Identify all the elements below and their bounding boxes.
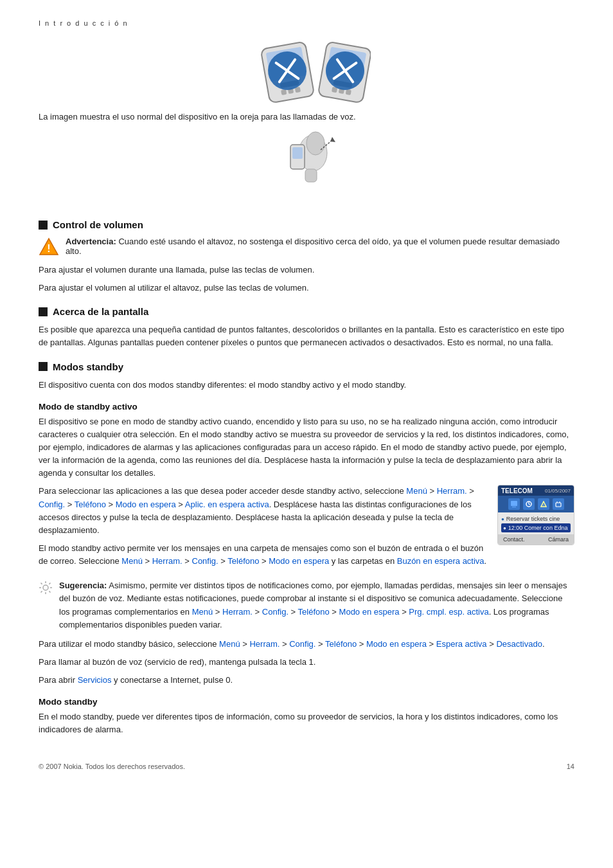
section-icon-pantalla <box>39 307 48 316</box>
body-text-volumen-llamada: Para ajustar el volumen durante una llam… <box>39 264 574 276</box>
link-aplic-espera[interactable]: Aplic. en espera activa <box>185 500 269 509</box>
svg-rect-35 <box>556 503 561 507</box>
content-with-phone-image: Para seleccionar las aplicaciones a las … <box>39 485 574 573</box>
link-config-1[interactable]: Config. <box>39 500 65 509</box>
link-herram-2[interactable]: Herram. <box>152 556 182 566</box>
link-config-2[interactable]: Config. <box>192 556 218 566</box>
top-phone-images <box>39 39 574 103</box>
link-herram-3[interactable]: Herram. <box>249 639 280 649</box>
link-desactivado[interactable]: Desactivado <box>496 639 542 649</box>
link-herram-hint[interactable]: Herram. <box>222 607 253 617</box>
body-text-standby-activo-1: El dispositivo se pone en modo de standb… <box>39 415 574 480</box>
section-header-pantalla: Acerca de la pantalla <box>39 306 574 317</box>
section-title-control-volumen: Control de volumen <box>53 219 143 230</box>
copyright-text: © 2007 Nokia. Todos los derechos reserva… <box>39 763 185 770</box>
svg-rect-14 <box>346 89 351 95</box>
svg-line-46 <box>41 592 42 593</box>
link-buzon-espera[interactable]: Buzón en espera activa <box>397 556 484 566</box>
svg-rect-29 <box>512 507 516 507</box>
svg-rect-23 <box>292 147 303 159</box>
svg-rect-3 <box>281 89 287 95</box>
link-modo-espera-2[interactable]: Modo en espera <box>269 556 329 566</box>
phone-menu-item-2: ● 12:00 Comer con Edna <box>501 523 571 532</box>
section-header-standby: Modos standby <box>39 361 574 372</box>
subsection-title-standby-activo: Modo de standby activo <box>39 402 574 411</box>
phone-bottom-right: Cámara <box>548 536 569 543</box>
link-telefono-1[interactable]: Teléfono <box>75 500 106 509</box>
link-modo-espera-3[interactable]: Modo en espera <box>366 639 427 649</box>
link-espera-activa[interactable]: Espera activa <box>436 639 487 649</box>
link-menu-3[interactable]: Menú <box>219 639 240 649</box>
page-number: 14 <box>567 763 574 770</box>
link-config-3[interactable]: Config. <box>289 639 315 649</box>
body-text-standby-activo-3: El modo standby activo permite ver los m… <box>39 542 487 568</box>
warning-triangle-icon: ! <box>39 237 59 257</box>
warning-text-altavoz: Advertencia: Cuando esté usando el altav… <box>66 237 574 257</box>
link-modo-espera-1[interactable]: Modo en espera <box>116 500 176 509</box>
body-text-standby-basico: Para utilizar el modo standby básico, se… <box>39 638 574 651</box>
link-modo-espera-hint[interactable]: Modo en espera <box>339 607 400 617</box>
text-column-standby: Para seleccionar las aplicaciones a las … <box>39 485 487 573</box>
svg-line-32 <box>529 504 530 505</box>
svg-point-19 <box>306 132 324 155</box>
phone-menu-items: ● Reservar tickets cine ● 12:00 Comer co… <box>498 512 574 534</box>
breadcrumb: I n t r o d u c c i ó n <box>39 19 574 27</box>
phone-screen-header: TELECOM 01/05/2007 <box>498 485 574 496</box>
body-text-pantalla: Es posible que aparezca una pequeña cant… <box>39 323 574 349</box>
svg-text:!: ! <box>47 243 50 254</box>
link-telefono-2[interactable]: Teléfono <box>227 556 259 566</box>
body-text-servicios: Para abrir Servicios y conectarse a Inte… <box>39 674 574 687</box>
body-text-volumen-altavoz: Para ajustar el volumen al utilizar el a… <box>39 282 574 294</box>
link-servicios[interactable]: Servicios <box>78 675 112 685</box>
svg-text:!: ! <box>543 503 544 507</box>
side-image <box>39 131 574 201</box>
profile-illustration <box>268 131 345 201</box>
link-telefono-hint[interactable]: Teléfono <box>298 607 330 617</box>
telecom-label: TELECOM <box>501 487 533 494</box>
svg-line-45 <box>49 583 50 584</box>
hint-sun-icon <box>39 581 53 631</box>
link-menu-1[interactable]: Menú <box>406 486 427 496</box>
hint-box-sugerencia: Sugerencia: Asimismo, permite ver distin… <box>39 579 574 631</box>
phone-menu-item-1: ● Reservar tickets cine <box>501 514 571 523</box>
phone-icon-2 <box>523 498 535 510</box>
phone-bottom-bar: Contact. Cámara <box>498 534 574 545</box>
link-herram-1[interactable]: Herram. <box>437 486 467 496</box>
hint-label: Sugerencia: <box>59 581 107 590</box>
svg-rect-28 <box>511 501 517 506</box>
svg-rect-21 <box>305 169 317 182</box>
phone-icon-1 <box>508 498 520 510</box>
svg-line-43 <box>41 583 42 584</box>
phone-bottom-left: Contact. <box>503 536 525 543</box>
section-title-pantalla: Acerca de la pantalla <box>53 306 148 317</box>
svg-point-38 <box>43 585 48 590</box>
section-title-standby: Modos standby <box>53 361 123 372</box>
phone-illustration-top <box>242 39 371 103</box>
body-text-standby-intro: El dispositivo cuenta con dos modos stan… <box>39 379 574 392</box>
svg-line-44 <box>49 592 50 593</box>
subsection-title-modo-standby: Modo standby <box>39 697 574 707</box>
section-header-control-volumen: Control de volumen <box>39 219 574 230</box>
phone-screenshot: TELECOM 01/05/2007 ! ● Reservar tickets … <box>497 485 574 545</box>
footer: © 2007 Nokia. Todos los derechos reserva… <box>39 763 574 770</box>
phone-date: 01/05/2007 <box>545 488 571 494</box>
body-text-standby-activo-2: Para seleccionar las aplicaciones a las … <box>39 485 487 537</box>
link-telefono-3[interactable]: Teléfono <box>325 639 357 649</box>
body-text-buzon-voz: Para llamar al buzón de voz (servicio de… <box>39 656 574 669</box>
link-menu-2[interactable]: Menú <box>121 556 143 566</box>
section-icon-standby <box>39 362 48 371</box>
section-icon-control-volumen <box>39 221 48 230</box>
phone-icons-row: ! <box>498 496 574 512</box>
body-text-modo-standby: En el modo standby, puede ver diferentes… <box>39 710 574 736</box>
phone-icon-4 <box>553 498 564 510</box>
link-config-hint[interactable]: Config. <box>262 607 289 617</box>
svg-marker-25 <box>330 137 335 142</box>
phone-icon-3: ! <box>538 498 549 510</box>
link-prg-cmpl[interactable]: Prg. cmpl. esp. activa <box>409 607 488 617</box>
link-menu-hint-1[interactable]: Menú <box>192 607 213 617</box>
warning-box-altavoz: ! Advertencia: Cuando esté usando el alt… <box>39 237 574 257</box>
caption-text: La imagen muestra el uso normal del disp… <box>39 112 574 122</box>
hint-text-sugerencia: Sugerencia: Asimismo, permite ver distin… <box>59 579 574 631</box>
